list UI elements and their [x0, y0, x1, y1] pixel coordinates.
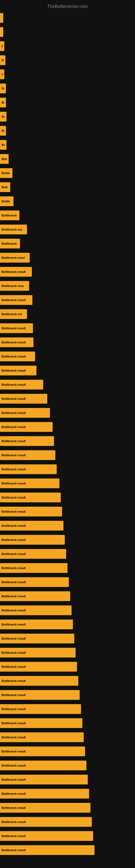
bar-row: Bottleneck result [0, 533, 135, 547]
bar: Bottleneck result [0, 422, 53, 432]
bar-label: Bottle [2, 199, 10, 203]
bar-label: Bottleneck result [2, 496, 26, 499]
bar-label: B [2, 73, 3, 76]
bar: Bo [0, 55, 5, 65]
bar-label: Bo [2, 59, 4, 62]
bar-label: Bottleneck [2, 214, 17, 217]
bar-row: Bottleneck result [0, 646, 135, 660]
bar-row [0, 11, 135, 25]
bar-label: Bottleneck result [2, 707, 26, 711]
bar: B [0, 41, 4, 51]
bar: Bottleneck result [0, 662, 77, 672]
bar-row: Bo [0, 124, 135, 138]
bar-label: Bottleneck result [2, 299, 26, 302]
bar [0, 13, 3, 23]
bar-label: Bottleneck result [2, 369, 26, 372]
bar-row: B [0, 67, 135, 82]
bar-row: Bottleneck result [0, 490, 135, 504]
bar-label: Bott [2, 186, 8, 189]
bar: Bottleneck result [0, 591, 70, 601]
bar-row: Bottleneck result [0, 547, 135, 561]
bar-row: Bottleneck result [0, 688, 135, 702]
bar-label: Bott [2, 157, 7, 161]
bar-label: Bottleneck result [2, 581, 26, 584]
bar-row: Bottleneck result [0, 730, 135, 744]
bar-row: Bottleneck result [0, 448, 135, 462]
bar-label: Bottleneck result [2, 595, 26, 598]
bar-row: Bottleneck [0, 237, 135, 251]
bar-row: Bottleneck result [0, 631, 135, 646]
bar: Bottleneck result [0, 521, 63, 531]
bar: Bottleneck result [0, 789, 89, 799]
bar-label: Bottleneck [2, 242, 17, 245]
bar-label: Bo [2, 143, 5, 147]
bar-row: Bottleneck result [0, 265, 135, 279]
bar: Bottleneck result [0, 408, 50, 418]
bar: Bottleneck result [0, 775, 88, 784]
bars-container: BBoBBoBoBoBoBoBottBottleBottBottleBottle… [0, 11, 135, 857]
bar-label: Bottleneck result [2, 778, 26, 781]
bar: Bottleneck result [0, 733, 84, 742]
bar-label: Bottleneck res [2, 312, 22, 316]
bar [0, 27, 3, 37]
bar: Bottleneck res [0, 225, 27, 235]
bar-row: Bottleneck [0, 208, 135, 222]
bar-row: Bottleneck result [0, 420, 135, 434]
bar-row: Bottleneck result [0, 702, 135, 716]
bar-row: Bottleneck result [0, 744, 135, 758]
bar-label: Bottleneck result [2, 411, 26, 414]
bar-row: Bottleneck result [0, 716, 135, 730]
bar: Bottleneck result [0, 267, 32, 277]
bar: Bottleneck result [0, 718, 82, 728]
bar: Bottleneck result [0, 478, 59, 488]
bar-label: Bottleneck result [2, 454, 26, 457]
bar-row [0, 25, 135, 39]
bar-row: Bottle [0, 194, 135, 208]
bar-label: Bottleneck result [2, 721, 26, 725]
bar: Bottleneck result [0, 704, 81, 714]
bar-row: Bottleneck result [0, 758, 135, 773]
bar: Bottleneck result [0, 761, 86, 770]
bar: Bottleneck result [0, 563, 68, 573]
bar: Bottleneck result [0, 535, 65, 545]
bar: Bo [0, 126, 6, 135]
bar-label: Bottle [2, 172, 10, 175]
bar-row: Bottleneck resul [0, 251, 135, 265]
bar-row: Bottleneck result [0, 843, 135, 857]
bar-label: Bottleneck result [2, 341, 26, 344]
bar-row: Bottleneck res [0, 307, 135, 321]
bar-label: Bottleneck result [2, 651, 26, 654]
bar-row: Bottleneck result [0, 392, 135, 406]
bar-row: Bottleneck result [0, 321, 135, 335]
bar: Bott [0, 154, 9, 164]
bar-row: Bottleneck result [0, 434, 135, 448]
bar: Bottleneck result [0, 620, 73, 629]
bar: Bottleneck result [0, 380, 43, 390]
bar: Bott [0, 182, 10, 192]
bar-row: Bottleneck result [0, 660, 135, 674]
bar-row: Bottle [0, 166, 135, 180]
bar-row: Bo [0, 138, 135, 152]
bar: Bottleneck result [0, 831, 93, 841]
bar: Bottleneck result [0, 323, 33, 333]
bar-label: Bottleneck result [2, 637, 26, 640]
bar: Bottleneck res [0, 309, 27, 319]
bar-label: Bottleneck result [2, 665, 26, 669]
bar: Bottleneck result [0, 690, 80, 700]
bar-row: Bottleneck result [0, 378, 135, 392]
bar: Bo [0, 112, 6, 122]
bar-row: Bottleneck result [0, 364, 135, 378]
bar-label: Bottleneck resu [2, 284, 24, 287]
bar-label: Bottleneck result [2, 468, 26, 471]
bar: Bottleneck result [0, 633, 74, 643]
bar-label: Bottleneck result [2, 679, 26, 682]
bar-label: Bottleneck result [2, 736, 26, 739]
bar-label: Bo [2, 87, 4, 90]
bar: Bottleneck result [0, 577, 69, 587]
bar-label: Bottleneck result [2, 510, 26, 513]
bar-label: Bottleneck result [2, 750, 26, 753]
bar-row: Bottleneck result [0, 561, 135, 575]
bar: Bottleneck result [0, 394, 47, 404]
bar-row: Bottleneck resu [0, 279, 135, 293]
bar: Bottleneck [0, 211, 19, 220]
